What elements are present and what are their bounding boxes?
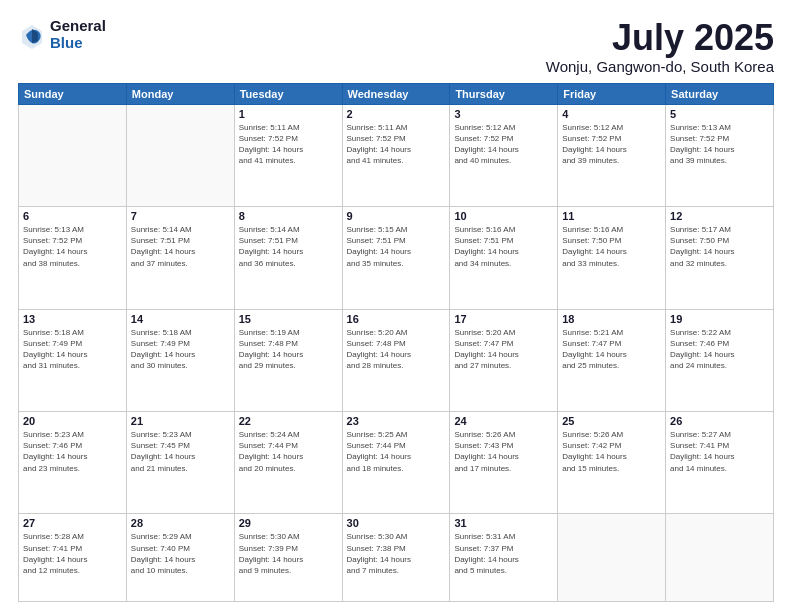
day-number: 18 [562, 313, 661, 325]
calendar-cell [666, 514, 774, 602]
calendar-cell [558, 514, 666, 602]
day-number: 19 [670, 313, 769, 325]
weekday-header: Saturday [666, 83, 774, 104]
calendar-cell: 30Sunrise: 5:30 AM Sunset: 7:38 PM Dayli… [342, 514, 450, 602]
calendar-cell: 1Sunrise: 5:11 AM Sunset: 7:52 PM Daylig… [234, 104, 342, 206]
logo-text: General Blue [50, 18, 106, 51]
calendar-cell: 9Sunrise: 5:15 AM Sunset: 7:51 PM Daylig… [342, 207, 450, 309]
day-info: Sunrise: 5:30 AM Sunset: 7:39 PM Dayligh… [239, 531, 338, 576]
day-info: Sunrise: 5:14 AM Sunset: 7:51 PM Dayligh… [131, 224, 230, 269]
day-number: 13 [23, 313, 122, 325]
weekday-header: Thursday [450, 83, 558, 104]
day-info: Sunrise: 5:30 AM Sunset: 7:38 PM Dayligh… [347, 531, 446, 576]
weekday-header: Tuesday [234, 83, 342, 104]
calendar-cell: 14Sunrise: 5:18 AM Sunset: 7:49 PM Dayli… [126, 309, 234, 411]
day-number: 26 [670, 415, 769, 427]
calendar-cell: 23Sunrise: 5:25 AM Sunset: 7:44 PM Dayli… [342, 412, 450, 514]
day-number: 4 [562, 108, 661, 120]
calendar-week-row: 6Sunrise: 5:13 AM Sunset: 7:52 PM Daylig… [19, 207, 774, 309]
day-info: Sunrise: 5:29 AM Sunset: 7:40 PM Dayligh… [131, 531, 230, 576]
calendar-week-row: 1Sunrise: 5:11 AM Sunset: 7:52 PM Daylig… [19, 104, 774, 206]
calendar-cell: 3Sunrise: 5:12 AM Sunset: 7:52 PM Daylig… [450, 104, 558, 206]
calendar-cell [19, 104, 127, 206]
day-info: Sunrise: 5:12 AM Sunset: 7:52 PM Dayligh… [562, 122, 661, 167]
day-info: Sunrise: 5:16 AM Sunset: 7:51 PM Dayligh… [454, 224, 553, 269]
calendar-cell: 25Sunrise: 5:26 AM Sunset: 7:42 PM Dayli… [558, 412, 666, 514]
logo-general-text: General [50, 18, 106, 35]
day-number: 5 [670, 108, 769, 120]
day-number: 22 [239, 415, 338, 427]
day-number: 9 [347, 210, 446, 222]
location: Wonju, Gangwon-do, South Korea [546, 58, 774, 75]
calendar-week-row: 20Sunrise: 5:23 AM Sunset: 7:46 PM Dayli… [19, 412, 774, 514]
day-info: Sunrise: 5:23 AM Sunset: 7:45 PM Dayligh… [131, 429, 230, 474]
day-info: Sunrise: 5:20 AM Sunset: 7:48 PM Dayligh… [347, 327, 446, 372]
day-info: Sunrise: 5:13 AM Sunset: 7:52 PM Dayligh… [23, 224, 122, 269]
calendar-cell: 7Sunrise: 5:14 AM Sunset: 7:51 PM Daylig… [126, 207, 234, 309]
weekday-header: Sunday [19, 83, 127, 104]
calendar-cell: 16Sunrise: 5:20 AM Sunset: 7:48 PM Dayli… [342, 309, 450, 411]
calendar-cell [126, 104, 234, 206]
header: General Blue July 2025 Wonju, Gangwon-do… [18, 18, 774, 75]
day-number: 7 [131, 210, 230, 222]
calendar-cell: 8Sunrise: 5:14 AM Sunset: 7:51 PM Daylig… [234, 207, 342, 309]
calendar-cell: 27Sunrise: 5:28 AM Sunset: 7:41 PM Dayli… [19, 514, 127, 602]
day-number: 30 [347, 517, 446, 529]
day-info: Sunrise: 5:13 AM Sunset: 7:52 PM Dayligh… [670, 122, 769, 167]
day-number: 17 [454, 313, 553, 325]
logo-blue-text: Blue [50, 35, 106, 52]
page: General Blue July 2025 Wonju, Gangwon-do… [0, 0, 792, 612]
calendar-cell: 5Sunrise: 5:13 AM Sunset: 7:52 PM Daylig… [666, 104, 774, 206]
calendar-cell: 13Sunrise: 5:18 AM Sunset: 7:49 PM Dayli… [19, 309, 127, 411]
day-number: 3 [454, 108, 553, 120]
weekday-header: Wednesday [342, 83, 450, 104]
day-info: Sunrise: 5:19 AM Sunset: 7:48 PM Dayligh… [239, 327, 338, 372]
day-info: Sunrise: 5:14 AM Sunset: 7:51 PM Dayligh… [239, 224, 338, 269]
logo-icon [18, 21, 46, 49]
calendar-cell: 12Sunrise: 5:17 AM Sunset: 7:50 PM Dayli… [666, 207, 774, 309]
day-number: 28 [131, 517, 230, 529]
calendar-cell: 20Sunrise: 5:23 AM Sunset: 7:46 PM Dayli… [19, 412, 127, 514]
day-info: Sunrise: 5:18 AM Sunset: 7:49 PM Dayligh… [131, 327, 230, 372]
calendar-cell: 22Sunrise: 5:24 AM Sunset: 7:44 PM Dayli… [234, 412, 342, 514]
day-info: Sunrise: 5:26 AM Sunset: 7:43 PM Dayligh… [454, 429, 553, 474]
day-info: Sunrise: 5:16 AM Sunset: 7:50 PM Dayligh… [562, 224, 661, 269]
month-title: July 2025 [546, 18, 774, 58]
day-number: 27 [23, 517, 122, 529]
day-info: Sunrise: 5:26 AM Sunset: 7:42 PM Dayligh… [562, 429, 661, 474]
day-number: 25 [562, 415, 661, 427]
calendar-cell: 31Sunrise: 5:31 AM Sunset: 7:37 PM Dayli… [450, 514, 558, 602]
day-info: Sunrise: 5:15 AM Sunset: 7:51 PM Dayligh… [347, 224, 446, 269]
calendar-cell: 24Sunrise: 5:26 AM Sunset: 7:43 PM Dayli… [450, 412, 558, 514]
calendar-table: SundayMondayTuesdayWednesdayThursdayFrid… [18, 83, 774, 602]
day-number: 1 [239, 108, 338, 120]
logo: General Blue [18, 18, 106, 51]
calendar-cell: 18Sunrise: 5:21 AM Sunset: 7:47 PM Dayli… [558, 309, 666, 411]
day-number: 8 [239, 210, 338, 222]
day-number: 2 [347, 108, 446, 120]
day-info: Sunrise: 5:27 AM Sunset: 7:41 PM Dayligh… [670, 429, 769, 474]
calendar-week-row: 13Sunrise: 5:18 AM Sunset: 7:49 PM Dayli… [19, 309, 774, 411]
day-number: 31 [454, 517, 553, 529]
calendar-cell: 10Sunrise: 5:16 AM Sunset: 7:51 PM Dayli… [450, 207, 558, 309]
calendar-cell: 2Sunrise: 5:11 AM Sunset: 7:52 PM Daylig… [342, 104, 450, 206]
day-number: 11 [562, 210, 661, 222]
calendar-cell: 19Sunrise: 5:22 AM Sunset: 7:46 PM Dayli… [666, 309, 774, 411]
calendar-cell: 28Sunrise: 5:29 AM Sunset: 7:40 PM Dayli… [126, 514, 234, 602]
day-info: Sunrise: 5:31 AM Sunset: 7:37 PM Dayligh… [454, 531, 553, 576]
title-section: July 2025 Wonju, Gangwon-do, South Korea [546, 18, 774, 75]
weekday-header: Friday [558, 83, 666, 104]
day-number: 6 [23, 210, 122, 222]
day-number: 24 [454, 415, 553, 427]
day-number: 10 [454, 210, 553, 222]
weekday-header-row: SundayMondayTuesdayWednesdayThursdayFrid… [19, 83, 774, 104]
day-info: Sunrise: 5:22 AM Sunset: 7:46 PM Dayligh… [670, 327, 769, 372]
day-info: Sunrise: 5:18 AM Sunset: 7:49 PM Dayligh… [23, 327, 122, 372]
calendar-cell: 21Sunrise: 5:23 AM Sunset: 7:45 PM Dayli… [126, 412, 234, 514]
weekday-header: Monday [126, 83, 234, 104]
day-info: Sunrise: 5:21 AM Sunset: 7:47 PM Dayligh… [562, 327, 661, 372]
day-number: 29 [239, 517, 338, 529]
calendar-cell: 6Sunrise: 5:13 AM Sunset: 7:52 PM Daylig… [19, 207, 127, 309]
day-number: 21 [131, 415, 230, 427]
day-info: Sunrise: 5:24 AM Sunset: 7:44 PM Dayligh… [239, 429, 338, 474]
